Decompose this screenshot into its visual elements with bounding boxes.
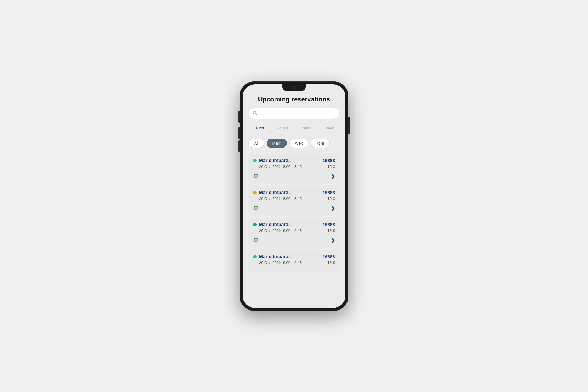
filter-all[interactable]: All	[248, 139, 264, 148]
svg-line-1	[256, 114, 257, 115]
card-details: 20 Oct. 2022 8.00—8.45 15 €	[253, 261, 335, 265]
reservation-card: Mario Impara.. 16883 20 Oct. 2022 8.00—8…	[248, 154, 340, 183]
price: 15 €	[328, 196, 335, 201]
status-dot-yellow	[253, 191, 257, 194]
card-actions: ❯	[253, 172, 335, 179]
reservation-card: Mario Impara.. 16883 20 Oct. 2022 8.00—8…	[248, 250, 340, 271]
booking-id: 16883	[323, 158, 335, 163]
search-input[interactable]	[259, 111, 335, 116]
time-filter-tabs: 8 hrs 24 hrs 3 days 1 week	[248, 124, 340, 133]
booking-id: 16883	[323, 222, 335, 227]
tab-1week[interactable]: 1 week	[317, 124, 339, 133]
date-time: 20 Oct. 2022 8.00—8.45	[259, 164, 302, 169]
card-actions: ❯	[253, 204, 335, 211]
tab-24hrs[interactable]: 24 hrs	[272, 124, 294, 133]
card-details: 20 Oct. 2022 8.00—8.45 15 €	[253, 228, 335, 233]
card-left: Mario Impara..	[253, 190, 291, 195]
card-left: Mario Impara..	[253, 254, 291, 259]
camera-dot	[293, 86, 295, 89]
person-filters: All Mark Alex Tom	[248, 139, 340, 148]
customer-name: Mario Impara..	[259, 190, 291, 195]
delete-button[interactable]	[253, 173, 258, 179]
detail-button[interactable]: ❯	[330, 237, 335, 243]
status-dot-green	[253, 159, 257, 162]
card-details: 20 Oct. 2022 8.00—8.45 15 €	[253, 164, 335, 169]
price: 15 €	[328, 261, 335, 265]
status-dot-teal	[253, 223, 257, 226]
reservation-card: Mario Impara.. 16883 20 Oct. 2022 8.00—8…	[248, 218, 340, 247]
filter-mark[interactable]: Mark	[267, 139, 287, 148]
card-left: Mario Impara..	[253, 222, 291, 227]
page-title: Upcoming reservations	[248, 96, 340, 103]
search-icon	[253, 111, 257, 116]
status-dot-green	[253, 255, 257, 258]
svg-rect-7	[254, 207, 257, 209]
svg-rect-2	[254, 175, 257, 177]
detail-button[interactable]: ❯	[330, 205, 335, 211]
card-details: 20 Oct. 2022 8.00—8.45 15 €	[253, 196, 335, 201]
date-time: 20 Oct. 2022 8.00—8.45	[259, 261, 302, 265]
card-header: Mario Impara.. 16883	[253, 158, 335, 163]
date-time: 20 Oct. 2022 8.00—8.45	[259, 228, 302, 233]
tab-8hrs[interactable]: 8 hrs	[250, 124, 271, 133]
date-time: 20 Oct. 2022 8.00—8.45	[259, 196, 302, 201]
customer-name: Mario Impara..	[259, 222, 291, 227]
card-actions: ❯	[253, 236, 335, 243]
svg-rect-12	[254, 239, 257, 241]
phone-notch	[282, 84, 306, 91]
card-header: Mario Impara.. 16883	[253, 222, 335, 227]
booking-id: 16883	[323, 254, 335, 259]
price: 15 €	[328, 164, 335, 169]
reservation-card: Mario Impara.. 16883 20 Oct. 2022 8.00—8…	[248, 186, 340, 215]
card-header: Mario Impara.. 16883	[253, 254, 335, 259]
delete-button[interactable]	[253, 237, 258, 243]
customer-name: Mario Impara..	[259, 254, 291, 259]
tab-3days[interactable]: 3 days	[295, 124, 316, 133]
filter-alex[interactable]: Alex	[289, 139, 308, 148]
card-header: Mario Impara.. 16883	[253, 190, 335, 195]
search-bar[interactable]	[248, 108, 340, 119]
price: 15 €	[328, 228, 335, 233]
detail-button[interactable]: ❯	[330, 173, 335, 179]
screen-content: Upcoming reservations 8 hrs 24 hrs 3 day…	[243, 84, 345, 308]
phone-screen: Upcoming reservations 8 hrs 24 hrs 3 day…	[243, 84, 345, 308]
card-left: Mario Impara..	[253, 158, 291, 163]
customer-name: Mario Impara..	[259, 158, 291, 163]
delete-button[interactable]	[253, 205, 258, 211]
booking-id: 16883	[323, 190, 335, 195]
filter-tom[interactable]: Tom	[311, 139, 330, 148]
phone-device: Upcoming reservations 8 hrs 24 hrs 3 day…	[240, 81, 348, 311]
